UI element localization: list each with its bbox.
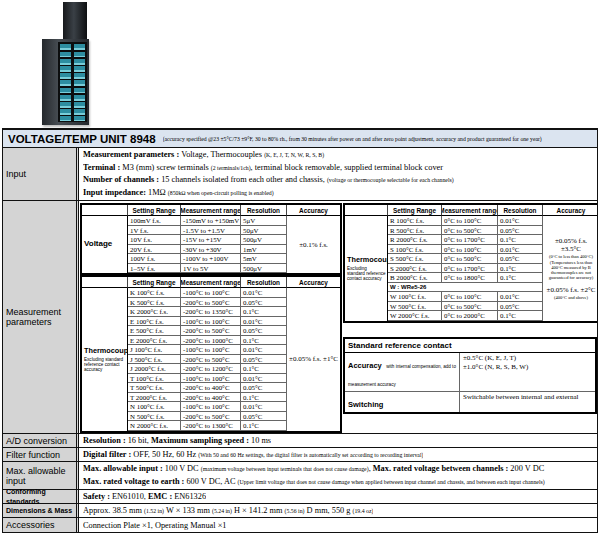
switching-label-cell: Switching: [345, 392, 460, 412]
input-line: Number of channels : 15 channels isolate…: [83, 174, 593, 187]
thermocouple-label-cell: Thermocouples Excluding standard referen…: [345, 216, 388, 321]
table-cell: 0.1°C: [241, 364, 287, 374]
text-segment: (voltage or thermocouple selectable for …: [327, 177, 454, 183]
text-segment: (K, E, J, T, N, W, R, S, B): [264, 152, 324, 158]
conforming-content: Safety : EN61010, EMC : EN61326: [79, 490, 597, 503]
table-cell: -100V to +100V: [181, 254, 241, 264]
accuracy-value: ±0.05% f.s. ±2°C: [547, 286, 596, 294]
header-setting-range: Setting Range: [128, 277, 181, 288]
thermocouple-table-left: Setting Range Measurement range Resoluti…: [80, 275, 342, 433]
table-cell: 0°C to 500°C: [442, 302, 498, 312]
table-cell: W : WRe5-26: [388, 283, 543, 293]
table-cell: R 2000°C f.s.: [388, 235, 442, 245]
table-cell: 0°C to 500°C: [442, 226, 498, 236]
table-cell: 1–5V f.s.: [128, 264, 181, 274]
dimensions-line: Approx. 38.5 mm (1.52 in) W × 133 mm (5.…: [83, 504, 373, 517]
accessories-line: Connection Plate ×1, Operating Manual ×1: [83, 519, 226, 532]
table-cell: -150mV to +150mV: [181, 216, 241, 226]
table-cell: 0°C to 500°C: [442, 254, 498, 264]
table-cell: 0.05°C: [498, 226, 543, 236]
table-cell: T 500°C f.s.: [128, 383, 181, 393]
table-cell: J 100°C f.s.: [128, 345, 181, 355]
table-cell: 5μV: [241, 216, 287, 226]
thermocouple-table-right: Setting Range Measurement range Resoluti…: [343, 203, 597, 323]
table-cell: 0.05°C: [241, 383, 287, 393]
table-cell: -200°C to 400°C: [181, 393, 241, 403]
input-line: Terminal : M3 (mm) screw terminals (2 te…: [83, 162, 593, 175]
text-segment: (maximum voltage between input terminals…: [201, 466, 369, 472]
table-cell: S 100°C f.s.: [388, 245, 442, 255]
header-cell-empty: [82, 277, 128, 288]
text-segment: Safety :: [83, 492, 112, 501]
table-cell: -100°C to 100°C: [181, 374, 241, 384]
header-accuracy: Accuracy: [287, 205, 340, 216]
table-cell: 0.1°C: [498, 311, 543, 321]
table-cell: R 500°C f.s.: [388, 226, 442, 236]
table-cell: 0.01°C: [498, 216, 543, 226]
text-segment: W × 133 mm: [164, 506, 212, 515]
module-handle: [63, 2, 87, 41]
table-cell: 0°C to 100°C: [442, 216, 498, 226]
accuracy-value: ±0.05% f.s. ±3.5°C: [544, 237, 597, 253]
table-cell: 20V f.s.: [128, 245, 181, 255]
text-segment: EN61326: [174, 492, 206, 501]
reference-contact-switching-row: Switching Switchable between internal an…: [345, 392, 595, 412]
table-cell: J 500°C f.s.: [128, 355, 181, 365]
input-content: Measurement parameters : Voltage, Thermo…: [79, 148, 597, 200]
text-segment: Terminal :: [83, 163, 122, 172]
table-cell: -200°C to 1200°C: [181, 364, 241, 374]
table-cell: 100mV f.s.: [128, 216, 181, 226]
max-input-line: Max. rated voltage to earth : 600 V DC, …: [83, 476, 593, 489]
text-segment: 16 bit,: [128, 436, 151, 445]
row-label-measurement: Measurement parameters: [3, 201, 79, 433]
thermocouple-accuracy: ±0.05% f.s. ±1°C: [289, 355, 338, 363]
text-segment: (850kΩ when open-circuit polling is enab…: [168, 190, 274, 196]
thermocouple-label-cell: Thermocouples Excluding standard referen…: [82, 288, 128, 431]
table-cell: 0.01°C: [241, 402, 287, 412]
text-segment: (5.56 in): [285, 508, 305, 514]
table-cell: 1V f.s.: [128, 226, 181, 236]
datasheet-page: VOLTAGE/TEMP UNIT 8948 (accuracy specifi…: [0, 0, 600, 533]
table-cell: -200°C to 500°C: [181, 298, 241, 308]
table-cell: K 500°C f.s.: [128, 298, 181, 308]
text-segment: (2 terminals/1ch): [211, 165, 251, 171]
spec-row-measurement: Measurement parameters Setting Range Mea…: [3, 201, 597, 434]
table-cell: 0.1°C: [241, 421, 287, 431]
table-cell: -200°C to 400°C: [181, 383, 241, 393]
page-title: VOLTAGE/TEMP UNIT 8948: [8, 133, 156, 145]
text-segment: H × 141.2 mm: [232, 506, 285, 515]
reference-accuracy-values: ±0.5°C (K, E, J, T) ±1.0°C (N, R, S, B, …: [460, 353, 595, 391]
ad-line: Resolution : 16 bit, Maximum sampling sp…: [83, 434, 271, 447]
table-cell: 500μV: [241, 264, 287, 274]
table-cell: -200°C to 500°C: [181, 326, 241, 336]
spec-row-max-input: Max. allowable input Max. allowable inpu…: [3, 462, 597, 490]
table-cell: N 500°C f.s.: [128, 412, 181, 422]
table-cell: -30V to +30V: [181, 245, 241, 255]
table-cell: 0°C to 1700°C: [442, 264, 498, 274]
table-cell: S 2000°C f.s.: [388, 264, 442, 274]
text-segment: (With 50 and 60 Hz settings, the digital…: [198, 452, 423, 458]
table-cell: B 2000°C f.s.: [388, 273, 442, 283]
terminal-block: [58, 42, 87, 122]
reference-contact-title: Standard reference contact: [345, 339, 595, 353]
spec-row-accessories: Accessories Connection Plate ×1, Operati…: [3, 518, 597, 532]
spec-row-ad-conversion: A/D conversion Resolution : 16 bit, Maxi…: [3, 434, 597, 448]
table-cell: 0.01°C: [241, 374, 287, 384]
table-cell: 0.01°C: [498, 245, 543, 255]
table-cell: 1mV: [241, 245, 287, 255]
header-setting-range: Setting Range: [128, 205, 181, 216]
dimensions-content: Approx. 38.5 mm (1.52 in) W × 133 mm (5.…: [79, 504, 597, 517]
table-cell: E 2000°C f.s.: [128, 336, 181, 346]
table-cell: 0.1°C: [498, 235, 543, 245]
table-cell: E 500°C f.s.: [128, 326, 181, 336]
text-segment: Max. rated voltage to earth :: [83, 477, 186, 486]
text-segment: Resolution :: [83, 436, 128, 445]
row-label-conforming: Conforming standards: [3, 490, 79, 503]
table-cell: N 100°C f.s.: [128, 402, 181, 412]
text-segment: Digital filter :: [83, 450, 133, 459]
header-measurement-range: Measurement range: [442, 205, 498, 216]
table-cell: T 2000°C f.s.: [128, 393, 181, 403]
table-cell: 0.05°C: [498, 302, 543, 312]
text-segment: Input impedance:: [83, 188, 148, 197]
table-cell: -200°C to 1350°C: [181, 307, 241, 317]
